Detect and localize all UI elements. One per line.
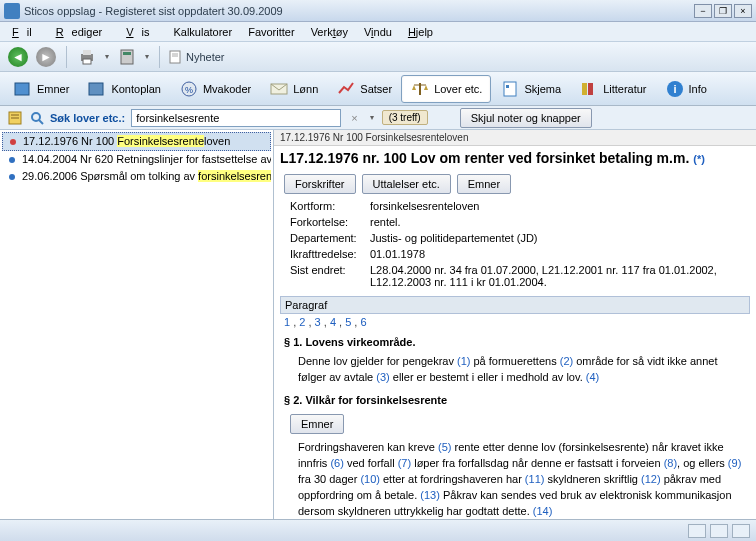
print-dropdown[interactable]: ▾ [103, 52, 111, 61]
menu-help[interactable]: Hjelp [400, 24, 441, 40]
search-dropdown[interactable]: ▾ [368, 113, 376, 122]
search-label[interactable]: Søk lover etc.: [50, 112, 125, 124]
note-link[interactable]: (10) [360, 473, 380, 485]
bullet-icon [6, 171, 18, 183]
info-icon: i [665, 79, 685, 99]
note-link[interactable]: (9) [728, 457, 741, 469]
menu-edit[interactable]: Rediger [48, 24, 119, 40]
note-link[interactable]: (3) [376, 371, 389, 383]
para-link[interactable]: 6 [360, 316, 366, 328]
content-area: 17.12.1976 Nr 100 Forsinkelsesrenteloven… [0, 130, 756, 519]
note-link[interactable]: (5) [438, 441, 451, 453]
list-toggle-button[interactable] [6, 109, 24, 127]
close-button[interactable]: × [734, 4, 752, 18]
menu-favorites[interactable]: Favoritter [240, 24, 302, 40]
print-button[interactable] [75, 45, 99, 69]
clear-search-button[interactable]: × [347, 112, 361, 124]
note-link[interactable]: (11) [525, 473, 545, 485]
menu-view[interactable]: Vis [118, 24, 165, 40]
document-pane: 17.12.1976 Nr 100 Forsinkelsesrenteloven… [274, 130, 756, 519]
para-link[interactable]: 4 [330, 316, 336, 328]
section-heading: § 2. Vilkår for forsinkelsesrente [280, 388, 750, 410]
tab-litteratur[interactable]: Litteratur [570, 75, 655, 103]
tab-lover[interactable]: Lover etc. [401, 75, 491, 103]
calc-dropdown[interactable]: ▾ [143, 52, 151, 61]
hits-badge: (3 treff) [382, 110, 428, 125]
meta-label: Kortform: [290, 200, 370, 212]
status-segment [732, 524, 750, 538]
tab-lonn[interactable]: Lønn [260, 75, 327, 103]
menu-file[interactable]: Fil [4, 24, 48, 40]
separator [159, 46, 160, 68]
note-link[interactable]: (2) [560, 355, 573, 367]
tab-info[interactable]: iInfo [656, 75, 716, 103]
back-button[interactable]: ◄ [6, 45, 30, 69]
bullet-icon [6, 154, 18, 166]
window-buttons: − ❐ × [694, 4, 752, 18]
result-item[interactable]: 17.12.1976 Nr 100 Forsinkelsesrenteloven [2, 132, 271, 151]
meta-label: Forkortelse: [290, 216, 370, 228]
meta-label: Sist endret: [290, 264, 370, 288]
hide-notes-button[interactable]: Skjul noter og knapper [460, 108, 592, 128]
emner-button[interactable]: Emner [290, 414, 344, 434]
note-link[interactable]: (12) [641, 473, 661, 485]
svg-line-25 [39, 120, 43, 124]
svg-point-28 [9, 174, 15, 180]
star-link[interactable]: (*) [693, 153, 705, 165]
note-link[interactable]: (7) [398, 457, 411, 469]
separator [66, 46, 67, 68]
emner-button[interactable]: Emner [457, 174, 511, 194]
app-icon [4, 3, 20, 19]
tab-kontoplan[interactable]: Kontoplan [78, 75, 170, 103]
para-link[interactable]: 2 [299, 316, 305, 328]
maximize-button[interactable]: ❐ [714, 4, 732, 18]
forskrifter-button[interactable]: Forskrifter [284, 174, 356, 194]
para-link[interactable]: 5 [345, 316, 351, 328]
meta-label: Ikrafttredelse: [290, 248, 370, 260]
minimize-button[interactable]: − [694, 4, 712, 18]
tab-emner[interactable]: Emner [4, 75, 78, 103]
svg-rect-4 [123, 52, 131, 55]
menu-tools[interactable]: Verktøy [303, 24, 356, 40]
note-link[interactable]: (14) [533, 505, 553, 517]
svg-rect-15 [504, 82, 516, 96]
news-link[interactable]: Nyheter [168, 50, 225, 64]
document-body[interactable]: Kortform:forsinkelsesrenteloven Forkorte… [274, 198, 756, 519]
tab-satser[interactable]: Satser [327, 75, 401, 103]
note-link[interactable]: (8) [664, 457, 677, 469]
tab-mvakoder[interactable]: %Mvakoder [170, 75, 260, 103]
meta-value: 01.01.1978 [370, 248, 425, 260]
meta-value: rentel. [370, 216, 401, 228]
para-link[interactable]: 3 [315, 316, 321, 328]
uttalelser-button[interactable]: Uttalelser etc. [362, 174, 451, 194]
status-segment [710, 524, 728, 538]
result-item[interactable]: 29.06.2006 Spørsmål om tolking av forsin… [2, 168, 271, 185]
note-link[interactable]: (4) [586, 371, 599, 383]
search-icon [30, 111, 44, 125]
meta-value: Justis- og politidepartementet (JD) [370, 232, 538, 244]
toolbar-tabs: Emner Kontoplan %Mvakoder Lønn Satser Lo… [0, 72, 756, 106]
titlebar: Sticos oppslag - Registeret sist oppdate… [0, 0, 756, 22]
envelope-icon [269, 79, 289, 99]
svg-text:%: % [185, 85, 193, 95]
calculator-button[interactable] [115, 45, 139, 69]
book-icon [87, 79, 107, 99]
svg-point-27 [9, 157, 15, 163]
scales-icon [410, 79, 430, 99]
menu-window[interactable]: Vindu [356, 24, 400, 40]
document-icon [168, 50, 182, 64]
search-input[interactable] [131, 109, 341, 127]
meta-label: Departement: [290, 232, 370, 244]
note-link[interactable]: (13) [420, 489, 440, 501]
forward-button[interactable]: ► [34, 45, 58, 69]
paragraph-links: 1 , 2 , 3 , 4 , 5 , 6 [280, 314, 750, 330]
note-link[interactable]: (1) [457, 355, 470, 367]
para-link[interactable]: 1 [284, 316, 290, 328]
menu-calculators[interactable]: Kalkulatorer [165, 24, 240, 40]
tab-skjema[interactable]: Skjema [491, 75, 570, 103]
document-buttons: Forskrifter Uttalelser etc. Emner [274, 170, 756, 198]
note-link[interactable]: (6) [330, 457, 343, 469]
books-icon [579, 79, 599, 99]
result-item[interactable]: 14.04.2004 Nr 620 Retningslinjer for fas… [2, 151, 271, 168]
svg-rect-17 [582, 83, 587, 95]
